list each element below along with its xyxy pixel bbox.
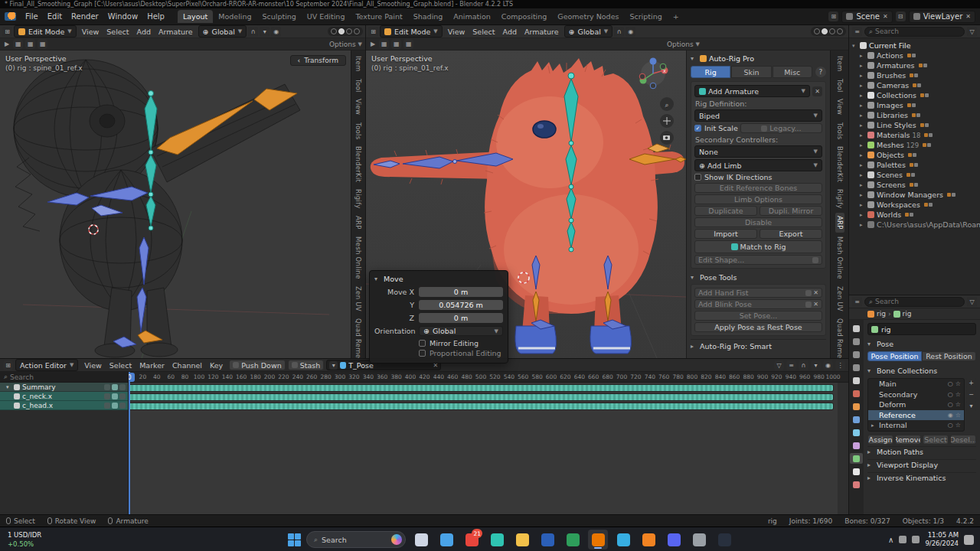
taskbar-edge[interactable] bbox=[487, 530, 507, 549]
panel-section[interactable]: ▸Viewport Display bbox=[867, 459, 976, 471]
expand-icon[interactable]: ▸ bbox=[860, 53, 865, 59]
shading-solid-icon[interactable] bbox=[338, 28, 345, 34]
sidebar-tab[interactable]: Rigify bbox=[835, 186, 844, 212]
editor-type-icon[interactable]: ⊞ bbox=[368, 27, 378, 37]
remove-icon[interactable]: ✕ bbox=[813, 289, 818, 296]
sidebar-tab[interactable]: Zen UV bbox=[354, 283, 363, 315]
editor-type-icon[interactable]: ≡ bbox=[852, 297, 862, 307]
expand-icon[interactable]: ▸ bbox=[860, 162, 865, 168]
import-button[interactable]: Import bbox=[694, 229, 757, 239]
properties-tab-object-data[interactable] bbox=[850, 453, 863, 464]
channel-row[interactable]: c_neck.x bbox=[0, 392, 128, 401]
outliner-item[interactable]: ▸Brushes bbox=[849, 70, 980, 80]
help-icon[interactable]: ? bbox=[815, 67, 826, 77]
frame-ruler[interactable]: 0204060801001201401601802002202402602803… bbox=[129, 372, 848, 383]
visibility-icon[interactable]: ◉ bbox=[948, 412, 953, 419]
sidebar-tab[interactable]: Item bbox=[835, 53, 844, 75]
init-scale-checkbox[interactable]: ✓Init Scale bbox=[694, 124, 738, 132]
shading-material-icon[interactable] bbox=[829, 28, 835, 34]
add-collection-button[interactable]: + bbox=[966, 378, 976, 388]
expand-icon[interactable]: ▾ bbox=[852, 43, 858, 49]
outliner-item[interactable]: ▸Worlds bbox=[849, 210, 980, 220]
expand-icon[interactable]: ▸ bbox=[860, 63, 865, 69]
properties-tab-tool[interactable] bbox=[850, 323, 863, 334]
outliner-item[interactable]: ▸Palettes bbox=[849, 160, 980, 170]
outliner-item[interactable]: ▸Objects bbox=[849, 150, 980, 160]
sidebar-tab[interactable]: Mesh Online bbox=[835, 233, 844, 282]
pin-icon[interactable] bbox=[104, 393, 110, 399]
menubar-menu-render[interactable]: Render bbox=[67, 11, 103, 22]
set-pose-button[interactable]: Set Pose... bbox=[694, 311, 822, 321]
expand-icon[interactable]: ▸ bbox=[860, 83, 865, 89]
expand-icon[interactable]: ▸ bbox=[860, 192, 865, 198]
snap-magnet-icon[interactable]: ∩ bbox=[614, 27, 624, 37]
outliner-root-item[interactable]: ▾Current File bbox=[849, 41, 980, 51]
dopesheet-menu-marker[interactable]: Marker bbox=[136, 360, 168, 370]
assign-button[interactable]: Assign bbox=[867, 435, 893, 445]
shading-wireframe-icon[interactable] bbox=[814, 28, 820, 34]
remove-collection-button[interactable]: − bbox=[966, 390, 976, 399]
duplicate-button[interactable]: Duplicate bbox=[694, 206, 757, 216]
sidebar-tab[interactable]: Mesh Online bbox=[354, 233, 363, 282]
outliner-item[interactable]: ▸Images bbox=[849, 100, 980, 110]
taskbar-steam[interactable] bbox=[714, 530, 734, 549]
workspace-tab[interactable]: Shading bbox=[408, 10, 449, 23]
enable-icon[interactable] bbox=[112, 393, 118, 399]
options-dropdown[interactable]: Options▼ bbox=[667, 41, 700, 48]
move-x-field[interactable]: 0 m bbox=[419, 287, 503, 297]
taskbar-discord[interactable] bbox=[664, 530, 684, 549]
solo-icon[interactable]: ☆ bbox=[956, 380, 961, 387]
volume-icon[interactable] bbox=[912, 536, 920, 543]
editor-mode-dropdown[interactable]: Action Editor▼ bbox=[15, 359, 78, 371]
sidebar-tab[interactable]: View bbox=[354, 96, 363, 118]
menubar-menu-edit[interactable]: Edit bbox=[43, 11, 67, 22]
taskbar-chrome[interactable]: 21 bbox=[462, 530, 482, 549]
properties-tab-constraints[interactable] bbox=[850, 440, 863, 451]
arp-tab-rig[interactable]: Rig bbox=[691, 66, 730, 78]
outliner-item[interactable]: ▸Workspaces bbox=[849, 200, 980, 210]
expand-icon[interactable]: ▸ bbox=[860, 142, 865, 148]
add-armature-dropdown[interactable]: Add Armature▼ bbox=[694, 85, 810, 97]
export-button[interactable]: Export bbox=[760, 229, 822, 239]
panel-header[interactable]: ▾Move bbox=[374, 274, 503, 284]
filter-options-icon[interactable]: ≡ bbox=[786, 360, 796, 370]
workspace-tab[interactable]: Texture Paint bbox=[350, 10, 407, 23]
taskbar-task-view[interactable] bbox=[411, 530, 431, 549]
search-input[interactable] bbox=[875, 298, 960, 305]
editor-type-icon[interactable]: ⊞ bbox=[3, 360, 13, 370]
disable-button[interactable]: Disable bbox=[694, 217, 822, 227]
overflow-menu-icon[interactable]: ⋮ bbox=[835, 360, 845, 370]
outliner-item[interactable]: ▸Scenes bbox=[849, 170, 980, 180]
properties-tab-object[interactable] bbox=[850, 401, 863, 412]
mirror-editing-checkbox[interactable]: Mirror Editing bbox=[419, 338, 503, 348]
viewport-nav-buttons[interactable]: ⌕ bbox=[660, 97, 674, 145]
shading-material-icon[interactable] bbox=[346, 28, 352, 34]
lock-icon[interactable] bbox=[119, 403, 126, 409]
gizmo-toggle-icon[interactable]: ▦ bbox=[25, 39, 35, 49]
unlink-scene-icon[interactable]: ✕ bbox=[883, 13, 888, 20]
apply-pose-button[interactable]: Apply Pose as Rest Pose bbox=[694, 322, 822, 332]
panel-section[interactable]: ▸Motion Paths bbox=[867, 446, 976, 458]
workspace-tab[interactable]: + bbox=[668, 10, 684, 23]
viewport-menu-armature[interactable]: Armature bbox=[155, 27, 197, 37]
workspace-tab[interactable]: Sculpting bbox=[256, 10, 301, 23]
properties-tab-modifiers[interactable] bbox=[850, 414, 863, 425]
keyframe-range[interactable] bbox=[129, 394, 833, 400]
expand-icon[interactable]: ▸ bbox=[860, 132, 865, 139]
outliner-item[interactable]: ▸Cameras bbox=[849, 80, 980, 90]
limb-options-button[interactable]: Limb Options bbox=[694, 194, 822, 204]
viewport-menu-add[interactable]: Add bbox=[133, 27, 155, 37]
outliner-item[interactable]: ▸Meshes129 bbox=[849, 140, 980, 150]
sidebar-tab[interactable]: Zen UV bbox=[835, 283, 844, 315]
taskbar-excel[interactable] bbox=[563, 530, 583, 549]
editor-type-icon[interactable]: ⊞ bbox=[2, 27, 12, 37]
pin-icon[interactable] bbox=[104, 384, 110, 390]
keyframe-range[interactable] bbox=[129, 385, 833, 391]
overlays-toggle-icon[interactable]: ▦ bbox=[38, 39, 47, 49]
taskbar-settings[interactable] bbox=[689, 530, 709, 549]
snap-magnet-icon[interactable]: ∩ bbox=[248, 27, 258, 37]
outliner-item[interactable]: ▸Collections bbox=[849, 90, 980, 100]
arp-tab-misc[interactable]: Misc bbox=[773, 66, 812, 78]
gizmo-toggle-icon[interactable]: ▦ bbox=[391, 39, 401, 49]
proportional-edit-icon[interactable]: ◉ bbox=[271, 27, 281, 37]
